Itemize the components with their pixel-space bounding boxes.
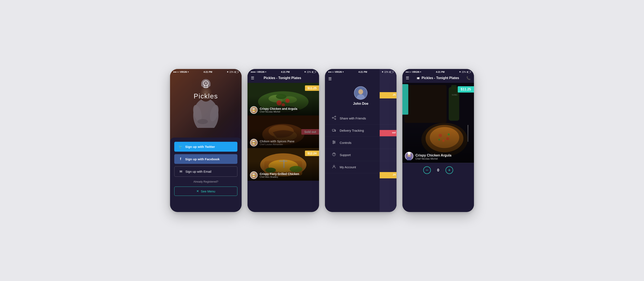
sidemenu-controls[interactable]: Controls — [325, 137, 396, 149]
carrier-name: VIRGIN — [180, 71, 187, 73]
delivery-icon — [332, 128, 336, 133]
svg-point-49 — [333, 165, 335, 167]
svg-point-31 — [358, 89, 363, 94]
svg-point-35 — [332, 117, 333, 118]
wifi-icon-4: ▾ — [420, 71, 421, 73]
sidemenu-delivery[interactable]: Delivery Tracking — [325, 125, 396, 137]
profile-avatar — [354, 86, 368, 100]
detail-dish-name: Crispy Chicken Argula — [416, 154, 472, 157]
email-icon: ✉ — [179, 170, 183, 174]
time-3: 4:21 PM — [358, 71, 367, 73]
chef-name-1: Chef Nicolas Michel — [260, 110, 316, 113]
bluetooth-icon-3: ✱ — [382, 71, 384, 73]
chef-avatar-img-3: 👨‍🍳 — [250, 172, 257, 179]
profile-name: John Doe — [353, 102, 368, 106]
phone-icon[interactable]: 📞 — [466, 76, 470, 80]
detail-price: $11.25 — [461, 87, 471, 91]
sidemenu-share[interactable]: Share with Friends — [325, 112, 396, 125]
already-registered-link[interactable]: Already Registered? — [174, 180, 238, 183]
quantity-display: 0 — [435, 168, 441, 172]
screen-detail: VIRGIN ▾ 4:21 PM ✱ 22% ☰ 🍽️ Pickles - To… — [402, 69, 474, 212]
screen-sidemenu: .25 out .24 VIRGIN ▾ 4:21 PM ✱ 22% — [325, 69, 396, 212]
dish-name-2: Chiken with Spices Pane — [260, 140, 316, 143]
wifi-icon: ▾ — [188, 71, 189, 73]
status-bar-2: VIRGIN ▾ 4:21 PM ✱ 22% — [248, 69, 319, 74]
sidemenu-support[interactable]: Support — [325, 149, 396, 161]
controls-icon — [332, 140, 336, 145]
svg-line-36 — [333, 117, 335, 118]
partial-left-card — [402, 84, 408, 115]
detail-item-info: Crispy Chicken Argula Chef Nicolas Miche… — [402, 149, 474, 163]
menu-item-1[interactable]: $11.25 👨‍🍳 Crispy Chicken and Argula Che… — [248, 83, 319, 115]
sidemenu-account[interactable]: My Account — [325, 161, 396, 173]
chef-avatar-img-2: 👩‍🍳 — [250, 139, 257, 146]
controls-label: Controls — [340, 141, 352, 144]
battery-2: ✱ 22% — [304, 71, 316, 73]
sidemenu-close-button[interactable]: ☰ — [328, 76, 332, 81]
battery-pct: 22% — [230, 71, 234, 73]
svg-point-42 — [333, 141, 334, 142]
support-icon — [332, 152, 336, 158]
menu-item-2[interactable]: Sold out 👩‍🍳 Chiken with Spices Pane Che… — [248, 115, 319, 148]
svg-rect-51 — [404, 85, 446, 123]
svg-line-37 — [333, 118, 335, 119]
detail-food-image: ULTRA — [402, 83, 474, 163]
detail-chef-name: Chef Nicolas Michel — [416, 157, 472, 160]
carrier-info-3: VIRGIN ▾ — [328, 71, 344, 73]
battery-pct-4: 22% — [462, 71, 466, 73]
price-1: $11.25 — [308, 86, 316, 90]
time-display: 4:21 PM — [204, 71, 212, 73]
email-signup-button[interactable]: ✉ Sign up with Email — [174, 166, 238, 177]
twitter-btn-label: Sign up with Twitter — [185, 145, 215, 148]
login-logo-area: ✕ Pickles — [170, 79, 242, 100]
svg-point-48 — [334, 155, 334, 156]
account-icon — [332, 164, 336, 170]
status-bar-1: VIRGIN ▾ 4:21 PM ✱ 22% — [170, 69, 242, 74]
carrier-info: VIRGIN ▾ — [174, 71, 189, 73]
item-text-1: Crispy Chicken and Argula Chef Nicolas M… — [260, 107, 316, 113]
detail-title: 🍽️ Pickles - Tonight Plates — [409, 76, 466, 80]
carrier-3: VIRGIN — [335, 71, 342, 73]
price-3: $12.24 — [308, 152, 316, 155]
detail-text: Crispy Chicken Argula Chef Nicolas Miche… — [416, 154, 472, 160]
svg-rect-38 — [332, 129, 335, 131]
see-menu-button[interactable]: ✕ See Menu — [174, 187, 238, 196]
login-buttons-panel: 🐦 Sign up with Twitter f Sign up with Fa… — [170, 138, 242, 212]
item-text-3: Crispy Fiery Grilled Chicken Chef Alex B… — [260, 172, 316, 178]
screen2-title: Pickles - Tonight Plates — [264, 76, 301, 80]
svg-point-34 — [335, 119, 336, 120]
hamburger-menu-button[interactable]: ☰ — [251, 76, 254, 80]
item-info-1: 👨‍🍳 Crispy Chicken and Argula Chef Nicol… — [248, 105, 319, 115]
bluetooth-icon-2: ✱ — [304, 71, 306, 73]
app-logo-text: Pickles — [194, 92, 218, 100]
screen-login-frame: VIRGIN ▾ 4:21 PM ✱ 22% — [170, 69, 242, 212]
item-info-2: 👩‍🍳 Chiken with Spices Pane Chef Louise … — [248, 137, 319, 148]
screen-menu-frame: VIRGIN ▾ 4:21 PM ✱ 22% ☰ Pickles - Tonig… — [248, 69, 319, 212]
wifi-icon-2: ▾ — [265, 71, 266, 73]
svg-point-40 — [335, 131, 336, 132]
battery-pct-3: 22% — [384, 71, 388, 73]
decrease-qty-button[interactable]: − — [423, 166, 431, 174]
support-label: Support — [340, 153, 351, 157]
profile-section: John Doe — [325, 83, 396, 111]
menu-item-3[interactable]: $12.24 👨‍🍳 Crispy Fiery Grilled Chicken … — [248, 148, 319, 181]
facebook-signup-button[interactable]: f Sign up with Facebook — [174, 154, 238, 164]
dish-name-1: Crispy Chicken and Argula — [260, 107, 316, 111]
screen-sidemenu-frame: .25 out .24 VIRGIN ▾ 4:21 PM ✱ 22% — [325, 69, 396, 212]
detail-menu-button[interactable]: ☰ — [406, 76, 409, 80]
twitter-icon: 🐦 — [178, 145, 183, 149]
battery-4: ✱ 22% — [459, 71, 470, 73]
increase-qty-button[interactable]: + — [446, 166, 453, 174]
bluetooth-icon: ✱ — [227, 71, 228, 73]
screen4-title: Pickles - Tonight Plates — [422, 76, 459, 80]
item-text-2: Chiken with Spices Pane Chef Louise Alex… — [260, 140, 316, 146]
chef-avatar-img-1: 👨‍🍳 — [250, 107, 257, 113]
sidemenu-items: Share with Friends Delivery Tracking — [325, 111, 396, 175]
time-2: 4:21 PM — [281, 71, 290, 73]
facebook-btn-label: Sign up with Facebook — [185, 157, 220, 161]
chef-avatar-2: 👩‍🍳 — [250, 139, 258, 146]
screen4-title-icon: 🍽️ — [416, 77, 420, 80]
twitter-signup-button[interactable]: 🐦 Sign up with Twitter — [174, 142, 238, 152]
share-icon — [332, 116, 336, 121]
status-bar-4: VIRGIN ▾ 4:21 PM ✱ 22% — [402, 69, 474, 74]
